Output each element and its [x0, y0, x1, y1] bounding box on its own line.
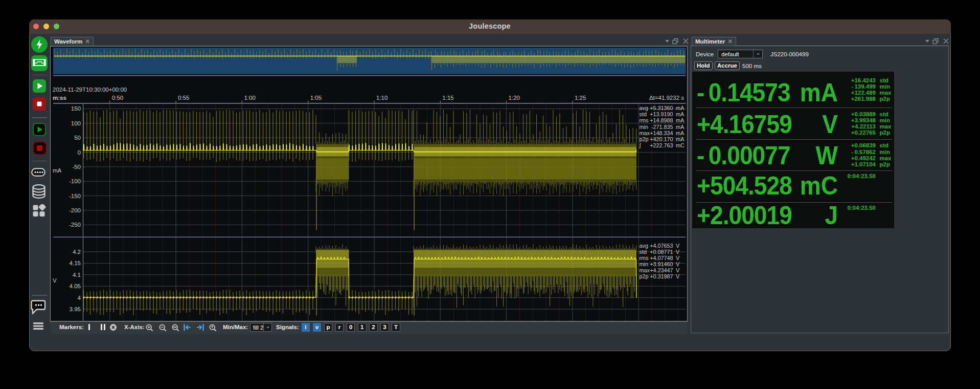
svg-text:4.1: 4.1: [73, 272, 81, 278]
svg-text:mA: mA: [676, 124, 685, 130]
svg-text:2024-11-29T10:30:00+00:00: 2024-11-29T10:30:00+00:00: [53, 87, 127, 93]
svg-text:4.2: 4.2: [73, 249, 81, 255]
svg-text:min: min: [640, 124, 648, 130]
svg-text:V: V: [676, 249, 680, 255]
svg-text:0: 0: [78, 149, 81, 156]
svg-text:0:55: 0:55: [178, 95, 189, 101]
svg-text:1:10: 1:10: [376, 95, 388, 101]
svg-text:mA: mA: [676, 105, 685, 111]
svg-text:+0.31987: +0.31987: [650, 273, 673, 279]
svg-text:mA: mA: [676, 130, 685, 136]
svg-text:mA: mA: [676, 111, 685, 117]
svg-text:+4.07748: +4.07748: [650, 255, 673, 261]
svg-text:1:25: 1:25: [575, 95, 586, 101]
svg-text:4.15: 4.15: [70, 260, 81, 266]
svg-text:1:05: 1:05: [310, 95, 322, 101]
svg-text:mA: mA: [676, 136, 685, 142]
svg-text:1:15: 1:15: [442, 95, 453, 101]
svg-text:4.05: 4.05: [70, 283, 81, 289]
svg-text:-271.835: -271.835: [651, 124, 673, 130]
svg-text:V: V: [676, 243, 680, 249]
svg-text:+0.08771: +0.08771: [650, 249, 673, 255]
svg-text:3.95: 3.95: [70, 306, 81, 312]
svg-text:+13.9190: +13.9190: [650, 111, 673, 117]
svg-text:+420.170: +420.170: [650, 136, 673, 142]
svg-text:+148.334: +148.334: [650, 130, 673, 136]
svg-text:p2p: p2p: [640, 273, 649, 279]
svg-text:-200: -200: [69, 207, 81, 213]
svg-text:mA: mA: [676, 117, 685, 123]
svg-text:-150: -150: [69, 193, 81, 199]
svg-text:50: 50: [74, 135, 81, 141]
svg-text:max: max: [640, 130, 650, 136]
svg-text:mC: mC: [676, 142, 685, 148]
svg-text:m:ss: m:ss: [53, 95, 66, 101]
svg-text:+5.31360: +5.31360: [650, 105, 673, 111]
svg-text:-100: -100: [69, 178, 81, 184]
svg-text:+222.763: +222.763: [650, 142, 673, 148]
svg-text:min: min: [640, 261, 648, 267]
svg-text:1:20: 1:20: [509, 95, 520, 101]
svg-text:V: V: [676, 255, 680, 261]
svg-text:-250: -250: [69, 222, 81, 228]
svg-text:V: V: [676, 273, 680, 279]
svg-text:V: V: [53, 277, 57, 284]
svg-text:+4.07653: +4.07653: [650, 243, 673, 249]
svg-text:-50: -50: [72, 164, 81, 170]
svg-text:100: 100: [71, 120, 81, 126]
svg-text:std: std: [640, 111, 647, 117]
svg-text:rms: rms: [640, 117, 649, 123]
svg-text:rms: rms: [640, 255, 649, 261]
svg-text:4: 4: [78, 295, 81, 301]
svg-text:avg: avg: [640, 243, 648, 249]
svg-text:max: max: [640, 267, 650, 273]
svg-text:+4.23447: +4.23447: [650, 267, 673, 273]
svg-text:mA: mA: [53, 167, 62, 174]
svg-text:150: 150: [71, 105, 81, 112]
svg-text:p2p: p2p: [640, 136, 649, 142]
svg-text:1:00: 1:00: [244, 95, 255, 101]
svg-text:+14.8988: +14.8988: [650, 117, 673, 123]
svg-text:+3.91460: +3.91460: [650, 261, 673, 267]
svg-text:V: V: [676, 267, 680, 273]
svg-text:0:50: 0:50: [112, 95, 123, 101]
svg-text:std: std: [640, 249, 647, 255]
svg-text:Δt=41.9232 s: Δt=41.9232 s: [649, 95, 684, 101]
svg-text:avg: avg: [640, 105, 648, 111]
svg-text:V: V: [676, 261, 680, 267]
